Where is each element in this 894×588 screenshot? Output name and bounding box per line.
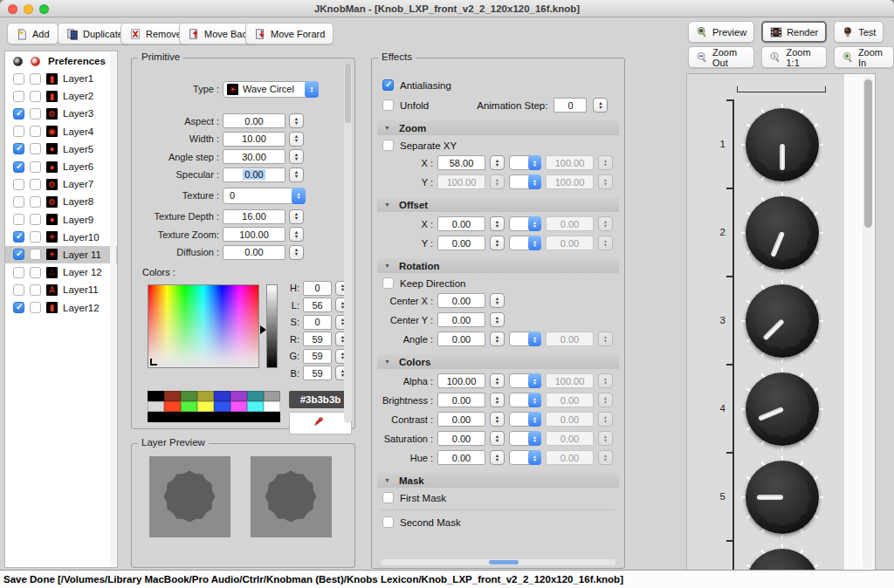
layer-solo-checkbox[interactable] <box>30 196 41 208</box>
palette-swatch[interactable] <box>197 391 214 401</box>
palette-swatch[interactable] <box>197 412 214 422</box>
zoom-x-end-field[interactable]: 100.00 <box>546 155 594 170</box>
zoom-x-field[interactable]: 58.00 <box>437 155 485 170</box>
add-layer-button[interactable]: Add <box>7 23 58 44</box>
palette-swatch[interactable] <box>247 412 264 422</box>
texture-depth-stepper[interactable] <box>289 209 304 224</box>
mask-section-header[interactable]: ▼Mask <box>377 473 619 488</box>
palette-swatch[interactable] <box>148 391 164 401</box>
layer-solo-checkbox[interactable] <box>30 302 41 313</box>
layer-row[interactable]: ●Layer9 <box>5 211 117 229</box>
zoom-x-stepper[interactable] <box>490 155 505 170</box>
palette-swatch[interactable] <box>230 401 247 412</box>
zoom-x-link-dropdown[interactable] <box>509 155 541 170</box>
aspect-field[interactable]: 0.00 <box>223 113 285 128</box>
zoom-y-end-field[interactable]: 100.00 <box>546 174 594 189</box>
contrast-end-field[interactable]: 0.00 <box>546 412 594 427</box>
palette-swatch[interactable] <box>247 401 264 412</box>
brightness-end-stepper[interactable] <box>598 393 613 407</box>
width-stepper[interactable] <box>289 132 304 147</box>
alpha-field[interactable]: 100.00 <box>437 373 485 388</box>
s-field[interactable]: 0 <box>303 315 332 330</box>
palette-swatch[interactable] <box>148 401 164 412</box>
layer-solo-checkbox[interactable] <box>30 249 41 260</box>
layer-visible-checkbox[interactable] <box>13 161 24 173</box>
layer-visible-checkbox[interactable] <box>13 302 24 313</box>
contrast-field[interactable]: 0.00 <box>437 412 485 427</box>
angle-step-field[interactable]: 30.00 <box>223 149 285 164</box>
layer-solo-checkbox[interactable] <box>30 179 41 190</box>
layer-visible-checkbox[interactable] <box>13 179 24 190</box>
angle-link-dropdown[interactable] <box>509 332 541 346</box>
palette-swatch[interactable] <box>214 401 230 412</box>
palette-swatch[interactable] <box>264 412 280 422</box>
rotation-section-header[interactable]: ▼Rotation <box>377 258 619 273</box>
primitive-scrollbar[interactable] <box>344 64 352 423</box>
layer-list-scrollbar[interactable] <box>110 52 116 566</box>
angle-end-field[interactable]: 0.00 <box>546 332 594 346</box>
second-mask-checkbox[interactable] <box>382 516 394 528</box>
lightness-slider[interactable] <box>266 284 278 368</box>
saturation-end-stepper[interactable] <box>598 431 613 446</box>
layer-solo-checkbox[interactable] <box>30 267 41 278</box>
alpha-end-field[interactable]: 100.00 <box>546 373 594 388</box>
brightness-end-field[interactable]: 0.00 <box>546 393 594 407</box>
effects-horizontal-scrollbar[interactable] <box>381 559 615 565</box>
offset-y-link-dropdown[interactable] <box>509 236 541 250</box>
center-x-field[interactable]: 0.00 <box>437 293 485 308</box>
animation-step-stepper[interactable] <box>593 98 608 113</box>
saturation-link-dropdown[interactable] <box>509 431 541 446</box>
solo-eye-icon[interactable] <box>31 57 40 66</box>
alpha-end-stepper[interactable] <box>598 373 613 388</box>
palette-swatch[interactable] <box>148 412 164 422</box>
preferences-label[interactable]: Preferences <box>48 56 106 66</box>
contrast-link-dropdown[interactable] <box>509 412 541 427</box>
primitive-type-dropdown[interactable]: ☀ Wave Circel <box>223 81 319 98</box>
layer-visible-checkbox[interactable] <box>13 126 24 137</box>
zoom-out-button[interactable]: Zoom Out <box>688 46 754 68</box>
angle-stepper[interactable] <box>490 332 505 346</box>
layer-solo-checkbox[interactable] <box>30 126 41 137</box>
contrast-stepper[interactable] <box>490 412 505 427</box>
layer-solo-checkbox[interactable] <box>30 161 41 173</box>
brightness-stepper[interactable] <box>490 393 505 407</box>
brightness-field[interactable]: 0.00 <box>437 393 485 407</box>
move-forward-button[interactable]: Move Forard <box>245 23 334 44</box>
render-button[interactable]: Render <box>761 21 827 43</box>
width-field[interactable]: 10.00 <box>223 132 285 147</box>
texture-depth-field[interactable]: 16.00 <box>223 209 285 224</box>
layer-row[interactable]: ALayer11 <box>5 281 117 298</box>
layer-visible-checkbox[interactable] <box>13 108 24 120</box>
angle-end-stepper[interactable] <box>598 332 613 346</box>
hue-stepper[interactable] <box>490 450 505 465</box>
layer-visible-checkbox[interactable] <box>13 91 24 102</box>
layer-row[interactable]: ◉Layer4 <box>5 123 117 140</box>
palette-swatch[interactable] <box>264 391 280 401</box>
layer-row[interactable]: ⚙Layer3 <box>5 105 117 122</box>
layer-visible-checkbox[interactable] <box>13 284 24 296</box>
offset-x-link-dropdown[interactable] <box>509 216 541 231</box>
close-window-button[interactable] <box>8 4 17 14</box>
layer-row[interactable]: ☀Layer10 <box>5 229 117 246</box>
angle-step-stepper[interactable] <box>289 149 304 164</box>
layer-solo-checkbox[interactable] <box>30 91 41 102</box>
layer-row[interactable]: ▮Layer12 <box>5 298 117 316</box>
palette-swatch[interactable] <box>230 412 247 422</box>
texture-dropdown[interactable]: 0 <box>223 188 306 204</box>
preview-button[interactable]: Preview <box>688 21 754 43</box>
alpha-stepper[interactable] <box>490 373 505 388</box>
layer-solo-checkbox[interactable] <box>30 73 41 85</box>
zoom-y-stepper[interactable] <box>490 174 505 189</box>
layer-visible-checkbox[interactable] <box>13 143 24 154</box>
test-button[interactable]: Test <box>834 21 884 43</box>
diffusion-stepper[interactable] <box>289 245 304 260</box>
palette-swatch[interactable] <box>181 412 197 422</box>
diffusion-field[interactable]: 0.00 <box>223 245 285 260</box>
layer-visible-checkbox[interactable] <box>13 196 24 208</box>
zoom-y-end-stepper[interactable] <box>598 174 613 189</box>
eyedropper-button[interactable] <box>289 412 352 434</box>
layer-visible-checkbox[interactable] <box>13 73 24 85</box>
alpha-link-dropdown[interactable] <box>509 373 541 388</box>
specular-stepper[interactable] <box>289 168 304 182</box>
center-y-stepper[interactable] <box>490 312 505 327</box>
